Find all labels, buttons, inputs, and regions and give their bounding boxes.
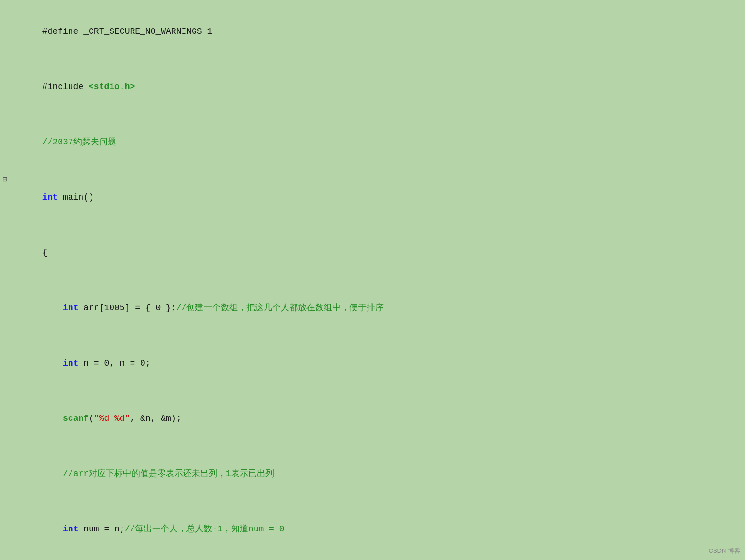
code-line-2: #include <stdio.h> [0,59,745,114]
gutter-4: ⊟ [0,171,10,189]
code-editor: #define _CRT_SECURE_NO_WARNINGS 1 #inclu… [0,0,745,560]
watermark: CSDN 博客 [709,547,740,555]
preprocessor-define: #define _CRT_SECURE_NO_WARNINGS 1 [42,27,212,36]
code-line-9: //arr对应下标中的值是零表示还未出列，1表示已出列 [0,446,745,501]
code-line-7: int n = 0, m = 0; [0,336,745,391]
comment-title: //2037约瑟夫问题 [42,137,116,147]
code-line-5: { [0,225,745,280]
include-header: <stdio.h> [89,82,135,92]
code-line-4: ⊟ int main() [0,170,745,225]
code-line-10: int num = n;//每出一个人，总人数-1，知道num = 0 [0,501,745,557]
code-line-8: scanf("%d %d", &n, &m); [0,391,745,446]
code-line-11: int i = 0; [0,557,745,560]
code-line-6: int arr[1005] = { 0 };//创建一个数组，把这几个人都放在数… [0,280,745,336]
code-line-3: //2037约瑟夫问题 [0,114,745,170]
open-brace-main: { [42,248,48,257]
code-line-1: #define _CRT_SECURE_NO_WARNINGS 1 [0,4,745,59]
kw-int-main: int [42,193,58,202]
preprocessor-include: #include [42,82,89,92]
